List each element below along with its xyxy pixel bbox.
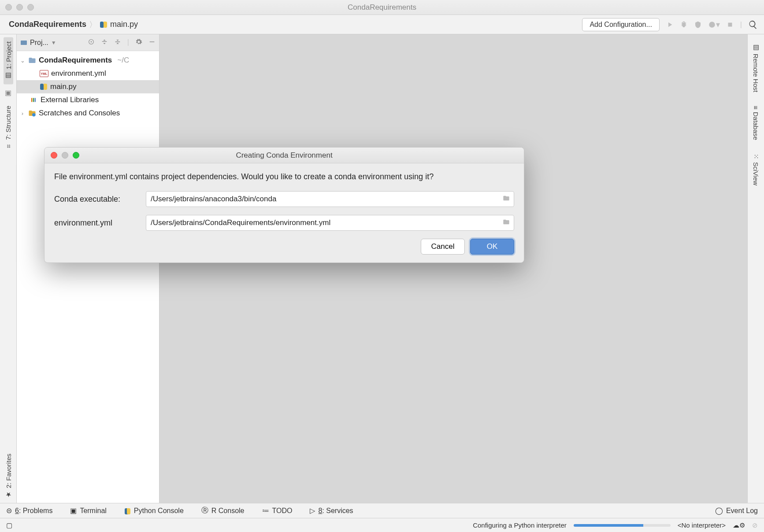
project-root-path: ~/C bbox=[117, 56, 129, 65]
python-file-icon bbox=[40, 83, 48, 91]
stop-icon[interactable] bbox=[726, 21, 734, 29]
svg-rect-6 bbox=[33, 98, 34, 102]
tab-sciview[interactable]: ⁙SciView bbox=[751, 149, 761, 190]
bottom-tool-tabs: ⊝6: Problems ▣Terminal Python Console ⓇR… bbox=[0, 503, 764, 518]
breadcrumb: CondaRequirements 〉 main.py bbox=[0, 19, 138, 30]
run-icon[interactable] bbox=[666, 21, 674, 29]
tree-scratches[interactable]: Scratches and Consoles bbox=[39, 109, 120, 118]
dialog-minimize-icon bbox=[62, 152, 68, 159]
svg-rect-1 bbox=[21, 41, 27, 45]
debug-icon[interactable] bbox=[680, 21, 688, 29]
editor-area bbox=[159, 34, 747, 503]
add-configuration-button[interactable]: Add Configuration... bbox=[582, 18, 659, 31]
cancel-button[interactable]: Cancel bbox=[421, 239, 465, 255]
tab-event-log[interactable]: ◯Event Log bbox=[715, 506, 758, 515]
tree-file-main[interactable]: main.py bbox=[17, 80, 159, 93]
ok-button[interactable]: OK bbox=[470, 239, 514, 255]
traffic-lights bbox=[5, 4, 34, 11]
tab-favorites[interactable]: ★2: Favorites bbox=[4, 449, 13, 503]
dialog-title: Creating Conda Environment bbox=[45, 151, 524, 160]
chevron-down-icon[interactable]: ⌄ bbox=[19, 57, 26, 64]
chevron-right-icon[interactable]: › bbox=[19, 110, 26, 117]
dialog-titlebar: Creating Conda Environment bbox=[45, 148, 524, 163]
minimize-window-icon[interactable] bbox=[16, 4, 23, 11]
tab-services[interactable]: ▷8: Services bbox=[310, 506, 353, 515]
environment-yml-label: environment.yml bbox=[54, 218, 139, 228]
status-notifications-icon[interactable]: ☁⚙ bbox=[733, 521, 745, 529]
dialog-zoom-icon[interactable] bbox=[73, 152, 79, 159]
status-progress-bar bbox=[574, 524, 671, 527]
project-view-selector[interactable]: Proj... bbox=[30, 39, 48, 47]
tab-database[interactable]: ≡Database bbox=[751, 101, 760, 145]
expand-all-icon[interactable] bbox=[101, 38, 108, 47]
conda-executable-label: Conda executable: bbox=[54, 195, 139, 204]
python-file-icon bbox=[100, 21, 108, 29]
tab-terminal[interactable]: ▣Terminal bbox=[70, 506, 106, 515]
status-bar: ▢ Configuring a Python interpreter <No i… bbox=[0, 518, 764, 532]
chevron-right-icon: 〉 bbox=[89, 19, 97, 30]
breadcrumb-file[interactable]: main.py bbox=[110, 20, 138, 29]
hide-icon[interactable] bbox=[148, 38, 156, 47]
status-interpreter[interactable]: <No interpreter> bbox=[678, 521, 726, 529]
tab-r-console[interactable]: ⓇR Console bbox=[201, 506, 245, 515]
right-tool-gutter: ▤Remote Host ≡Database ⁙SciView bbox=[747, 34, 764, 503]
window-title: CondaRequirements bbox=[0, 3, 764, 12]
yml-file-icon: YML bbox=[40, 70, 48, 77]
project-root[interactable]: CondaRequirements bbox=[39, 56, 112, 65]
tab-remote-host[interactable]: ▤Remote Host bbox=[751, 39, 761, 97]
svg-rect-7 bbox=[35, 98, 36, 102]
breadcrumb-project[interactable]: CondaRequirements bbox=[9, 20, 86, 29]
browse-folder-icon[interactable] bbox=[502, 195, 511, 203]
status-lock-icon[interactable]: ⊘ bbox=[752, 521, 758, 529]
conda-executable-input[interactable] bbox=[146, 191, 514, 207]
tree-file-environment[interactable]: YML environment.yml bbox=[17, 67, 159, 80]
gear-icon[interactable] bbox=[135, 38, 142, 47]
tree-external-libraries[interactable]: External Libraries bbox=[17, 93, 159, 107]
svg-rect-0 bbox=[728, 22, 732, 26]
close-window-icon[interactable] bbox=[5, 4, 12, 11]
tab-todo[interactable]: ≔TODO bbox=[262, 506, 293, 515]
tab-problems[interactable]: ⊝6: Problems bbox=[6, 506, 52, 515]
project-tree[interactable]: ⌄ CondaRequirements ~/C YML environment.… bbox=[17, 51, 159, 122]
maximize-window-icon[interactable] bbox=[27, 4, 34, 11]
conda-environment-dialog: Creating Conda Environment File environm… bbox=[44, 147, 524, 263]
svg-rect-4 bbox=[150, 41, 155, 42]
svg-point-3 bbox=[91, 41, 92, 42]
window-titlebar: CondaRequirements bbox=[0, 0, 764, 15]
tab-structure[interactable]: ⌗7: Structure bbox=[4, 101, 13, 154]
coverage-icon[interactable] bbox=[694, 21, 702, 29]
environment-yml-input[interactable] bbox=[146, 215, 514, 231]
profile-icon[interactable]: ▾ bbox=[708, 20, 720, 30]
tab-project[interactable]: ▤1: Project bbox=[4, 37, 13, 84]
project-tool-header: Proj... ▼ | bbox=[17, 34, 159, 51]
dialog-message: File environment.yml contains project de… bbox=[54, 172, 514, 181]
project-tool-window: Proj... ▼ | ⌄ CondaRequirements ~/C YML bbox=[17, 34, 159, 503]
svg-rect-5 bbox=[31, 98, 32, 102]
collapse-all-icon[interactable] bbox=[114, 38, 121, 47]
svg-point-8 bbox=[32, 113, 36, 117]
navigation-bar: CondaRequirements 〉 main.py Add Configur… bbox=[0, 15, 764, 34]
browse-folder-icon[interactable] bbox=[502, 218, 511, 227]
tool-windows-toggle-icon[interactable]: ▢ bbox=[6, 521, 12, 529]
status-task-label: Configuring a Python interpreter bbox=[473, 521, 567, 529]
search-icon[interactable] bbox=[748, 20, 758, 30]
tab-python-console[interactable]: Python Console bbox=[124, 507, 184, 515]
locate-icon[interactable] bbox=[88, 38, 95, 47]
dialog-close-icon[interactable] bbox=[51, 152, 57, 159]
left-tool-gutter: ▤1: Project ▣ ⌗7: Structure ★2: Favorite… bbox=[0, 34, 17, 503]
